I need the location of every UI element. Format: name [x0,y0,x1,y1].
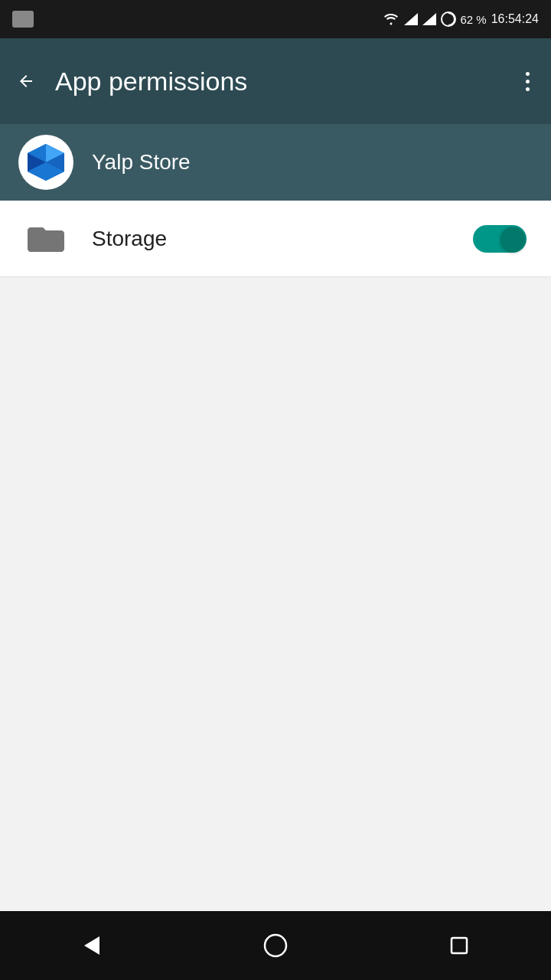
clock: 16:54:24 [491,12,539,26]
signal-icon-2 [422,13,436,25]
svg-marker-1 [422,13,436,25]
app-name: Yalp Store [92,150,191,175]
overflow-dot-3 [526,87,530,91]
signal-icon [404,13,418,25]
page-title: App permissions [55,67,520,96]
permission-item-storage: Storage [0,201,551,277]
recent-nav-button[interactable] [429,926,490,965]
app-bar: App permissions [0,38,551,124]
status-bar-right: 62 % 16:54:24 [383,11,539,27]
toggle-knob [500,227,525,251]
overflow-dot-1 [526,72,530,76]
back-nav-button[interactable] [61,926,122,965]
wifi-icon [383,13,399,25]
image-status-icon [12,11,34,28]
svg-marker-9 [84,936,99,955]
storage-label: Storage [92,227,473,251]
status-bar: 62 % 16:54:24 [0,0,551,38]
nav-bar [0,911,551,980]
app-header: Yalp Store [0,124,551,201]
storage-icon [24,217,67,260]
status-bar-left [12,11,34,28]
yalp-store-icon-svg [24,141,67,184]
storage-toggle[interactable] [473,225,527,253]
svg-marker-0 [404,13,418,25]
battery-icon [441,11,456,27]
overflow-dot-2 [526,80,530,83]
app-icon [18,135,73,190]
battery-percentage: 62 % [461,13,487,26]
permission-list: Storage [0,201,551,277]
home-nav-button[interactable] [245,926,306,965]
svg-point-10 [265,935,286,956]
svg-rect-11 [452,938,467,953]
overflow-menu-button[interactable] [520,66,536,97]
back-button[interactable] [15,70,37,92]
